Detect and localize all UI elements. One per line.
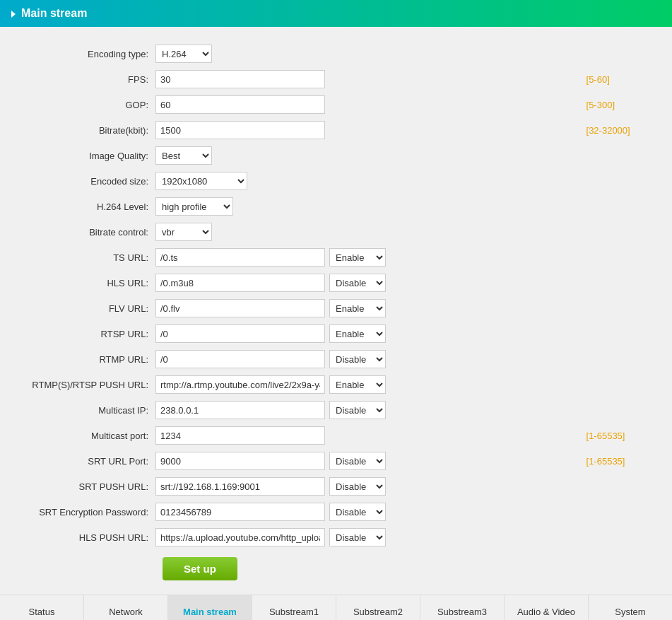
page-header: Main stream: [0, 0, 672, 27]
gop-label: GOP:: [0, 92, 155, 117]
srt-push-row: SRT PUSH URL: Disable Enable: [0, 474, 672, 499]
multicast-ip-row: Multicast IP: Disable Enable: [0, 397, 672, 423]
hls-push-group: Disable Enable: [155, 528, 581, 546]
srt-push-enable-select[interactable]: Disable Enable: [329, 477, 386, 496]
encoded-size-select[interactable]: 1920x1080 1280x720 640x480 320x240: [155, 172, 247, 190]
srt-enc-group: Disable Enable: [155, 503, 581, 521]
srt-url-row: SRT URL Port: Disable Enable [1-65535]: [0, 448, 672, 474]
hls-push-row: HLS PUSH URL: Disable Enable: [0, 525, 672, 550]
rtmp-push-enable-select[interactable]: Enable Disable: [329, 375, 386, 394]
bitrate-row: Bitrate(kbit): [32-32000]: [0, 117, 672, 143]
hls-url-group: Disable Enable: [155, 274, 581, 292]
srt-url-label: SRT URL Port:: [0, 448, 155, 474]
rtsp-url-enable-select[interactable]: Enable Disable: [329, 324, 386, 343]
main-content: Encoding type: H.264 H.265 MJPEG FPS: [5…: [0, 27, 672, 595]
bitrate-label: Bitrate(kbit):: [0, 117, 155, 143]
encoding-type-row: Encoding type: H.264 H.265 MJPEG: [0, 41, 672, 66]
rtmp-url-group: Disable Enable: [155, 350, 581, 368]
flv-url-input[interactable]: [155, 299, 325, 317]
srt-enc-label: SRT Encryption Password:: [0, 499, 155, 525]
flv-url-row: FLV URL: Enable Disable: [0, 296, 672, 321]
multicast-port-input[interactable]: [155, 426, 325, 445]
rtmp-url-row: RTMP URL: Disable Enable: [0, 346, 672, 372]
settings-form: Encoding type: H.264 H.265 MJPEG FPS: [5…: [0, 41, 672, 550]
multicast-ip-group: Disable Enable: [155, 401, 581, 419]
srt-url-hint: [1-65535]: [581, 448, 672, 474]
srt-enc-input[interactable]: [155, 503, 325, 521]
hls-push-enable-select[interactable]: Disable Enable: [329, 528, 386, 546]
gop-hint: [5-300]: [581, 92, 672, 117]
bottom-navigation: Status Network Main stream Substream1 Su…: [0, 595, 672, 620]
gop-input[interactable]: [155, 95, 325, 114]
tab-status[interactable]: Status: [0, 595, 84, 620]
multicast-ip-input[interactable]: [155, 401, 325, 419]
flv-url-enable-select[interactable]: Enable Disable: [329, 299, 386, 317]
tab-audio-video[interactable]: Audio & Video: [505, 595, 589, 620]
flv-url-label: FLV URL:: [0, 296, 155, 321]
srt-enc-enable-select[interactable]: Disable Enable: [329, 503, 386, 521]
hls-url-input[interactable]: [155, 274, 325, 292]
hls-url-enable-select[interactable]: Disable Enable: [329, 274, 386, 292]
tab-network[interactable]: Network: [84, 595, 168, 620]
fps-input[interactable]: [155, 70, 325, 88]
rtsp-url-row: RTSP URL: Enable Disable: [0, 321, 672, 346]
rtmp-url-label: RTMP URL:: [0, 346, 155, 372]
rtsp-url-group: Enable Disable: [155, 324, 581, 343]
hls-url-label: HLS URL:: [0, 270, 155, 296]
multicast-port-row: Multicast port: [1-65535]: [0, 423, 672, 448]
srt-push-group: Disable Enable: [155, 477, 581, 496]
encoded-size-row: Encoded size: 1920x1080 1280x720 640x480…: [0, 168, 672, 194]
h264-level-label: H.264 Level:: [0, 194, 155, 219]
rtmp-push-group: Enable Disable: [155, 375, 581, 394]
rtmp-url-enable-select[interactable]: Disable Enable: [329, 350, 386, 368]
bitrate-input[interactable]: [155, 121, 325, 139]
srt-url-group: Disable Enable: [155, 452, 581, 470]
hls-push-label: HLS PUSH URL:: [0, 525, 155, 550]
image-quality-label: Image Quality:: [0, 143, 155, 168]
gop-row: GOP: [5-300]: [0, 92, 672, 117]
multicast-port-label: Multicast port:: [0, 423, 155, 448]
tab-main-stream[interactable]: Main stream: [168, 595, 252, 620]
ts-url-group: Enable Disable: [155, 248, 581, 267]
fps-label: FPS:: [0, 66, 155, 92]
ts-url-label: TS URL:: [0, 245, 155, 270]
hls-push-input[interactable]: [155, 528, 325, 546]
rtsp-url-input[interactable]: [155, 324, 325, 343]
fps-hint: [5-60]: [581, 66, 672, 92]
tab-substream3[interactable]: Substream3: [420, 595, 505, 620]
bitrate-hint: [32-32000]: [581, 117, 672, 143]
rtmp-push-row: RTMP(S)/RTSP PUSH URL: Enable Disable: [0, 372, 672, 397]
srt-url-input[interactable]: [155, 452, 325, 470]
srt-push-input[interactable]: [155, 477, 325, 496]
bitrate-control-select[interactable]: vbr cbr: [155, 223, 212, 241]
encoding-type-select[interactable]: H.264 H.265 MJPEG: [155, 45, 212, 63]
srt-enc-row: SRT Encryption Password: Disable Enable: [0, 499, 672, 525]
setup-button[interactable]: Set up: [163, 557, 237, 580]
ts-url-enable-select[interactable]: Enable Disable: [329, 248, 386, 267]
srt-push-label: SRT PUSH URL:: [0, 474, 155, 499]
encoded-size-label: Encoded size:: [0, 168, 155, 194]
fps-row: FPS: [5-60]: [0, 66, 672, 92]
tab-system[interactable]: System: [589, 595, 672, 620]
image-quality-select[interactable]: Best Better Good Normal: [155, 146, 212, 165]
rtmp-url-input[interactable]: [155, 350, 325, 368]
rtmp-push-input[interactable]: [155, 375, 325, 394]
image-quality-row: Image Quality: Best Better Good Normal: [0, 143, 672, 168]
header-arrow-icon: [11, 11, 16, 18]
encoding-type-label: Encoding type:: [0, 41, 155, 66]
ts-url-row: TS URL: Enable Disable: [0, 245, 672, 270]
srt-url-enable-select[interactable]: Disable Enable: [329, 452, 386, 470]
h264-level-select[interactable]: high profile main profile baseline: [155, 197, 233, 216]
tab-substream2[interactable]: Substream2: [336, 595, 420, 620]
multicast-ip-label: Multicast IP:: [0, 397, 155, 423]
bitrate-control-row: Bitrate control: vbr cbr: [0, 219, 672, 245]
h264-level-row: H.264 Level: high profile main profile b…: [0, 194, 672, 219]
hls-url-row: HLS URL: Disable Enable: [0, 270, 672, 296]
flv-url-group: Enable Disable: [155, 299, 581, 317]
tab-substream1[interactable]: Substream1: [252, 595, 336, 620]
multicast-port-hint: [1-65535]: [581, 423, 672, 448]
ts-url-input[interactable]: [155, 248, 325, 267]
rtmp-push-label: RTMP(S)/RTSP PUSH URL:: [0, 372, 155, 397]
page-title: Main stream: [21, 7, 87, 20]
multicast-ip-enable-select[interactable]: Disable Enable: [329, 401, 386, 419]
